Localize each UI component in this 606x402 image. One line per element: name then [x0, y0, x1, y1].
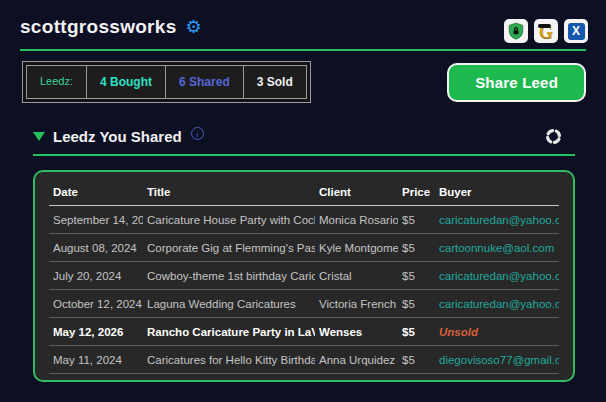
app-title: scottgrossworks [20, 16, 177, 38]
cell-title: Caricature House Party with Cocktails [143, 206, 315, 234]
table-header-row: Date Title Client Price Buyer [49, 177, 559, 206]
cell-client: Wenses [315, 318, 398, 346]
x-icon[interactable]: X [564, 19, 588, 43]
cell-title: Caricatures for Hello Kitty Birthday [143, 346, 315, 374]
x-glyph: X [568, 23, 585, 40]
cell-date: October 12, 2024 [49, 290, 143, 318]
cell-title: Cowboy-theme 1st birthday Caricatures [143, 262, 315, 290]
stats-label: Leedz: [26, 65, 87, 99]
section-divider [33, 154, 575, 156]
cell-title: Corporate Gig at Flemming's Pasadena [143, 234, 315, 262]
cell-client: Kyle Montgomery [315, 234, 398, 262]
info-icon[interactable]: i [191, 127, 204, 140]
table-row[interactable]: September 14, 2024 Caricature House Part… [49, 206, 559, 234]
cell-title: Rancho Caricature Party in LaVerne! [143, 318, 315, 346]
cell-price: $5 [398, 206, 435, 234]
share-leed-button[interactable]: Share Leed [447, 63, 586, 102]
cell-price: $5 [398, 290, 435, 318]
cell-client: Cristal [315, 262, 398, 290]
stat-bought[interactable]: 4 Bought [86, 65, 166, 99]
leedz-stats-bar: Leedz: 4 Bought 6 Shared 3 Sold [22, 61, 311, 103]
table-row[interactable]: July 20, 2024 Cowboy-theme 1st birthday … [49, 262, 559, 290]
buyer-email-link[interactable]: caricaturedan@yahoo.com [435, 206, 559, 234]
stats-row: Leedz: 4 Bought 6 Shared 3 Sold Share Le… [22, 61, 586, 103]
col-client: Client [315, 177, 398, 206]
cell-title: Laguna Wedding Caricatures [143, 290, 315, 318]
cell-date: May 11, 2024 [49, 346, 143, 374]
table-row[interactable]: August 08, 2024 Corporate Gig at Flemmin… [49, 234, 559, 262]
cell-client: Monica Rosario [315, 206, 398, 234]
cell-price: $5 [398, 234, 435, 262]
cell-client: Anna Urquidez [315, 346, 398, 374]
collapse-triangle-icon[interactable] [33, 132, 45, 141]
header-icon-group: G X [504, 19, 588, 43]
shared-leedz-table-card: Date Title Client Price Buyer September … [33, 170, 575, 382]
unsold-status-label: Unsold [435, 318, 559, 346]
section-header: Leedz You Shared i [33, 127, 575, 146]
cell-client: Victoria French [315, 290, 398, 318]
col-date: Date [49, 177, 143, 206]
cell-price: $5 [398, 318, 435, 346]
buyer-email-link[interactable]: cartoonnuke@aol.com [435, 234, 559, 262]
sunglasses-glyph [538, 24, 551, 28]
section-title: Leedz You Shared [53, 128, 182, 145]
cell-date: August 08, 2024 [49, 234, 143, 262]
settings-gear-icon[interactable]: ⚙ [186, 18, 202, 36]
shared-leedz-table: Date Title Client Price Buyer September … [49, 177, 559, 374]
refresh-icon[interactable] [544, 127, 563, 146]
cell-price: $5 [398, 262, 435, 290]
shield-lock-glyph [507, 22, 525, 40]
col-title: Title [143, 177, 315, 206]
table-row[interactable]: October 12, 2024 Laguna Wedding Caricatu… [49, 290, 559, 318]
cell-date: July 20, 2024 [49, 262, 143, 290]
gold-g-icon[interactable]: G [534, 19, 558, 43]
table-row-unsold[interactable]: May 12, 2026 Rancho Caricature Party in … [49, 318, 559, 346]
buyer-email-link[interactable]: caricaturedan@yahoo.com [435, 262, 559, 290]
stat-sold[interactable]: 3 Sold [243, 65, 307, 99]
cell-price: $5 [398, 346, 435, 374]
table-row[interactable]: May 11, 2024 Caricatures for Hello Kitty… [49, 346, 559, 374]
col-price: Price [398, 177, 435, 206]
col-buyer: Buyer [435, 177, 559, 206]
buyer-email-link[interactable]: caricaturedan@yahoo.com [435, 290, 559, 318]
cell-date: May 12, 2026 [49, 318, 143, 346]
lock-shield-icon[interactable] [504, 19, 528, 43]
buyer-email-link[interactable]: diegovisoso77@gmail.com [435, 346, 559, 374]
cell-date: September 14, 2024 [49, 206, 143, 234]
stat-shared[interactable]: 6 Shared [165, 65, 244, 99]
header-divider [20, 49, 586, 51]
